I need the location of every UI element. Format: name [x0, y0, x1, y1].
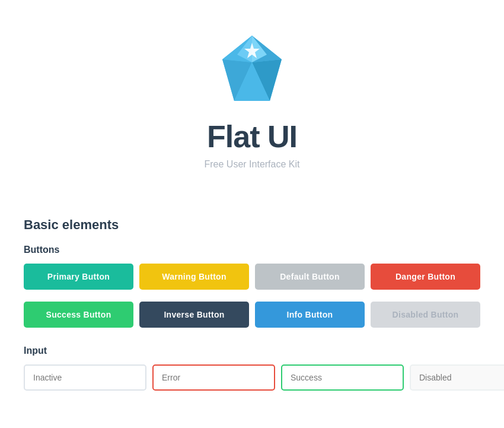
inverse-button[interactable]: Inverse Button: [139, 302, 249, 328]
inputs-subsection: Input: [24, 345, 480, 391]
hero-section: Flat UI Free User Interface Kit: [24, 12, 480, 199]
buttons-row-1: Primary Button Warning Button Default Bu…: [24, 264, 480, 290]
page-container: Flat UI Free User Interface Kit Basic el…: [0, 0, 504, 414]
input-disabled: [410, 364, 504, 391]
success-button[interactable]: Success Button: [24, 302, 133, 328]
input-success[interactable]: [281, 364, 404, 391]
danger-button[interactable]: Danger Button: [371, 264, 480, 290]
inputs-subtitle: Input: [24, 345, 480, 356]
hero-title: Flat UI: [24, 119, 480, 154]
info-button[interactable]: Info Button: [255, 302, 365, 328]
buttons-subsection: Buttons Primary Button Warning Button De…: [24, 245, 480, 328]
input-error[interactable]: [152, 364, 275, 391]
primary-button[interactable]: Primary Button: [24, 264, 133, 290]
section-title-basic: Basic elements: [24, 217, 480, 233]
disabled-button: Disabled Button: [371, 302, 480, 328]
buttons-subtitle: Buttons: [24, 245, 480, 255]
inputs-grid: [24, 364, 480, 391]
hero-subtitle: Free User Interface Kit: [24, 159, 480, 170]
diamond-logo-icon: [210, 30, 294, 107]
input-inactive[interactable]: [24, 364, 146, 391]
basic-elements-section: Basic elements Buttons Primary Button Wa…: [24, 217, 480, 391]
warning-button[interactable]: Warning Button: [139, 264, 249, 290]
default-button[interactable]: Default Button: [255, 264, 365, 290]
buttons-row-2: Success Button Inverse Button Info Butto…: [24, 302, 480, 328]
